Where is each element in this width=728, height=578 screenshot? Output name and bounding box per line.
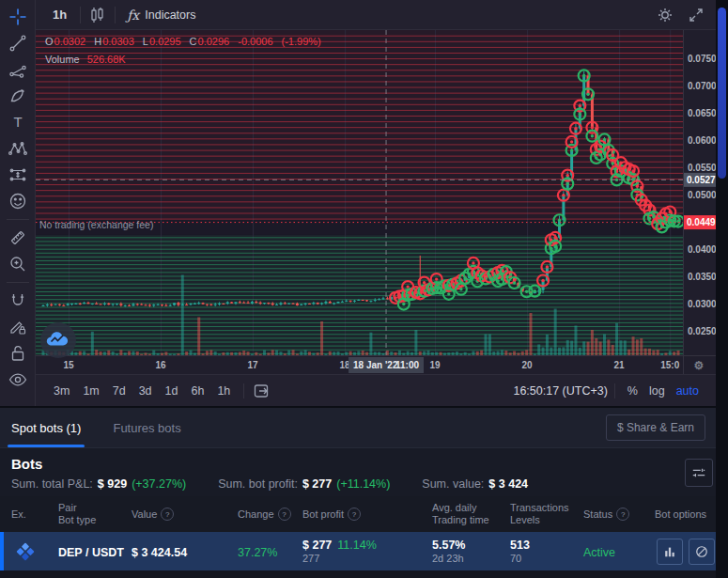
svg-text:19: 19 [430, 360, 441, 370]
bots-panel: Spot bots (1) Futures bots $ Share & Ear… [0, 406, 728, 578]
svg-text:⚙: ⚙ [694, 359, 705, 372]
svg-text:0.0750: 0.0750 [688, 54, 716, 64]
svg-text:20: 20 [522, 360, 534, 370]
tab-futures-bots[interactable]: Futures bots [113, 408, 180, 447]
share-earn-button[interactable]: $ Share & Earn [606, 414, 705, 441]
brush-icon[interactable] [4, 83, 32, 109]
bot-value: $ 3 424.54 [132, 543, 238, 560]
drawing-toolbar: T [0, 0, 36, 406]
bot-profit: $ 27711.14% 277 [302, 539, 432, 564]
range-6h-button[interactable]: 6h [184, 383, 210, 399]
crosshair-icon[interactable] [4, 4, 32, 30]
auto-scale-button[interactable]: auto [671, 383, 705, 399]
price-chart[interactable]: 0.07500.07000.06500.06000.05500.05000.04… [36, 30, 716, 374]
magnet-icon[interactable] [4, 288, 32, 314]
help-icon[interactable]: ? [348, 508, 361, 521]
bot-table-row[interactable]: DEP / USDT $ 3 424.54 37.27% $ 27711.14%… [0, 532, 728, 570]
chart-bottom-toolbar: 3m1m7d3d1d6h1h 16:50:17 (UTC+3) % log au… [36, 374, 716, 406]
svg-text:T: T [13, 114, 22, 130]
xabcd-pattern-icon[interactable] [4, 135, 32, 162]
col-transactions: TransactionsLevels [510, 502, 583, 526]
volume-legend: Volume 526.68K [45, 54, 126, 65]
help-icon[interactable]: ? [616, 508, 629, 521]
page-scrollbar[interactable] [716, 0, 728, 578]
fib-retracement-icon[interactable] [4, 56, 32, 83]
bot-transactions: 513 70 [510, 539, 583, 564]
text-icon[interactable]: T [4, 109, 32, 135]
toolbar-divider [7, 282, 29, 283]
chart-top-toolbar: 1h ƒx Indicators [36, 0, 716, 30]
svg-text:17: 17 [248, 360, 259, 370]
long-position-icon[interactable] [4, 162, 32, 188]
toolbar-divider [7, 219, 29, 220]
range-1h-button[interactable]: 1h [210, 383, 237, 399]
fx-icon: ƒx [127, 8, 139, 23]
svg-text:0.0300: 0.0300 [688, 299, 716, 309]
hide-all-eye-icon[interactable] [4, 367, 32, 393]
range-1m-button[interactable]: 1m [76, 383, 105, 399]
svg-text:0.0600: 0.0600 [688, 135, 716, 146]
range-3m-button[interactable]: 3m [47, 383, 76, 399]
fullscreen-icon[interactable] [686, 5, 706, 25]
toolbar-separator [115, 7, 116, 23]
emoji-icon[interactable] [4, 188, 32, 214]
help-icon[interactable]: ? [278, 508, 291, 521]
svg-text:0.0500: 0.0500 [688, 190, 716, 200]
range-buttons: 3m1m7d3d1d6h1h [47, 383, 237, 399]
log-scale-button[interactable]: log [643, 383, 671, 399]
bots-table-header: Ex. PairBot type Value? Change? Bot prof… [0, 496, 728, 532]
interval-button[interactable]: 1h [45, 6, 74, 23]
col-avg-daily: Avg. dailyTrading time [432, 502, 510, 526]
trend-line-icon[interactable] [4, 30, 32, 56]
filter-settings-button[interactable] [685, 459, 713, 487]
indicators-button[interactable]: ƒx Indicators [121, 7, 201, 23]
no-trading-label: No trading (exchange fee) [39, 219, 153, 230]
bot-stop-icon[interactable] [689, 539, 715, 565]
lock-all-icon[interactable] [4, 340, 32, 367]
svg-text:0.0250: 0.0250 [688, 326, 716, 336]
range-3d-button[interactable]: 3d [132, 383, 159, 399]
ohlc-legend: O0.0302 H0.0303 L0.0295 C0.0296 -0.0006 … [45, 36, 321, 47]
clock-display[interactable]: 16:50:17 (UTC+3) [513, 384, 607, 398]
range-1d-button[interactable]: 1d [159, 383, 185, 399]
drawing-lock-icon[interactable] [4, 314, 32, 340]
svg-text:15:0: 15:0 [660, 360, 679, 370]
col-status[interactable]: Status? [583, 508, 655, 521]
percent-scale-button[interactable]: % [622, 383, 643, 399]
indicators-label: Indicators [145, 8, 195, 22]
col-change[interactable]: Change? [238, 508, 302, 521]
svg-text:0.0527: 0.0527 [687, 175, 716, 185]
bot-change: 37.27% [238, 543, 302, 560]
range-7d-button[interactable]: 7d [106, 383, 132, 399]
sum-total-pnl: Sum. total P&L: $ 929 (+37.27%) [11, 477, 186, 491]
bot-stats-icon[interactable] [657, 539, 683, 565]
col-pair: PairBot type [58, 502, 132, 526]
chart-provider-logo-icon[interactable] [39, 321, 77, 363]
chart-settings-gear-icon[interactable] [654, 4, 676, 26]
svg-text:0.0650: 0.0650 [688, 108, 716, 118]
svg-text:0.0449: 0.0449 [687, 217, 716, 227]
svg-text:21: 21 [614, 360, 626, 370]
chart-type-candles-icon[interactable] [86, 4, 109, 26]
tab-spot-bots[interactable]: Spot bots (1) [11, 408, 81, 447]
pair-name[interactable]: DEP / USDT [58, 543, 132, 560]
svg-text:0.0350: 0.0350 [688, 272, 716, 282]
bot-status: Active [583, 543, 655, 560]
trading-terminal: T 1h ƒx Indicators 0.07500.07000.06500.0… [0, 0, 728, 578]
ruler-icon[interactable] [4, 225, 32, 251]
help-icon[interactable]: ? [161, 508, 174, 521]
col-bot-profit[interactable]: Bot profit? [302, 508, 432, 521]
zoom-in-icon[interactable] [4, 251, 32, 277]
toolbar-separator [80, 7, 81, 23]
bots-summary-header: Bots Sum. total P&L: $ 929 (+37.27%) Sum… [0, 448, 728, 496]
chart-canvas[interactable]: 0.07500.07000.06500.06000.05500.05000.04… [36, 30, 716, 374]
svg-text:11:00: 11:00 [395, 360, 419, 370]
exchange-coin-icon [0, 541, 58, 562]
svg-text:0.0550: 0.0550 [688, 163, 716, 173]
toolbar-separator [243, 383, 244, 398]
svg-text:0.0700: 0.0700 [688, 81, 716, 91]
goto-date-icon[interactable] [251, 381, 273, 401]
tabs-bar: Spot bots (1) Futures bots $ Share & Ear… [0, 408, 728, 448]
col-value[interactable]: Value? [132, 508, 238, 521]
scrollbar-thumb[interactable] [718, 8, 726, 179]
